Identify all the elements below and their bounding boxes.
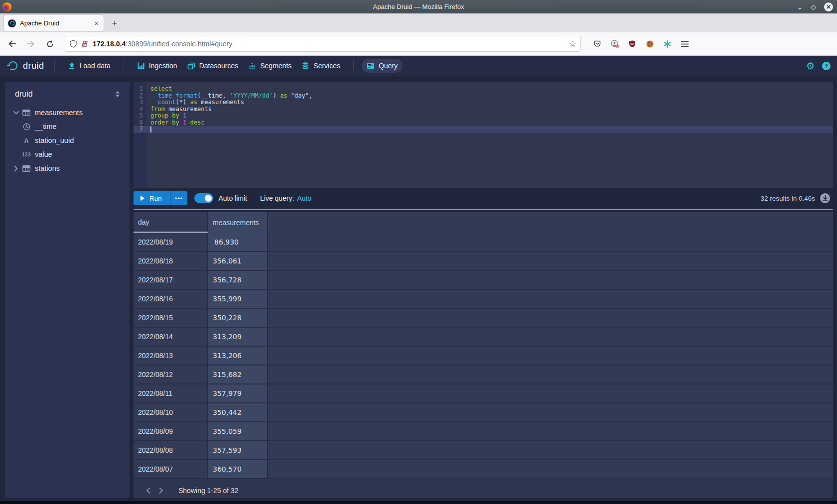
tree-column--time[interactable]: __time	[11, 120, 124, 133]
back-icon[interactable]	[4, 36, 20, 52]
editor-line-3[interactable]: 3 count(*) as measurements	[134, 99, 833, 106]
main-area: druid measurements__timeAstation_uuid123…	[0, 76, 837, 501]
nav-item-label: Datasources	[199, 62, 239, 70]
editor-line-4[interactable]: 4from measurements	[134, 106, 833, 113]
nav-item-ingestion[interactable]: Ingestion	[132, 59, 182, 73]
tree-column-station-uuid[interactable]: Astation_uuid	[11, 133, 124, 147]
cell-measurements[interactable]: 357,593	[208, 441, 268, 460]
tab-title: Apache Druid	[20, 19, 93, 27]
cell-measurements[interactable]: 356,061	[208, 252, 268, 271]
nav-item-services[interactable]: Services	[296, 59, 345, 73]
cell-measurements[interactable]: 313,209	[208, 328, 268, 347]
cell-day[interactable]: 2022/08/09	[134, 422, 208, 441]
cell-measurements[interactable]: 356,728	[208, 271, 268, 290]
tree-label: stations	[35, 164, 60, 172]
auto-limit-toggle[interactable]	[194, 193, 213, 203]
cell-measurements[interactable]: 315,682	[208, 366, 268, 384]
load-data-icon	[68, 62, 76, 70]
nav-item-segments[interactable]: Segments	[243, 59, 296, 73]
insecure-lock-icon[interactable]	[81, 40, 89, 48]
asterisk-extension-icon[interactable]	[663, 39, 672, 48]
tree-table-measurements[interactable]: measurements	[11, 106, 124, 120]
tree-label: measurements	[35, 109, 83, 117]
nav-item-query[interactable]: Query	[362, 59, 403, 73]
cell-measurements[interactable]: 357,979	[208, 384, 268, 403]
profile-extension-icon[interactable]	[610, 39, 619, 48]
settings-gear-icon[interactable]: ⚙	[806, 61, 815, 71]
column-header-measurements[interactable]: measurements	[208, 212, 268, 233]
tree-column-value[interactable]: 123value	[11, 147, 124, 161]
editor-line-5[interactable]: 5group by 1	[134, 113, 833, 120]
cell-day[interactable]: 2022/08/16	[134, 290, 208, 309]
editor-line-6[interactable]: 6order by 1 desc	[134, 120, 833, 126]
schema-select-caret-icon[interactable]	[115, 91, 121, 98]
cell-measurements[interactable]: 360,570	[208, 460, 268, 479]
download-results-icon[interactable]	[820, 193, 830, 203]
cell-day[interactable]: 2022/08/18	[134, 252, 208, 271]
pocket-icon[interactable]	[593, 39, 602, 48]
nav-item-label: Load data	[80, 62, 111, 70]
window-close-icon[interactable]: ✕	[824, 2, 833, 11]
row-filler	[268, 347, 833, 366]
cell-measurements[interactable]: 313,206	[208, 347, 268, 366]
prev-page-icon[interactable]	[141, 484, 154, 497]
new-tab-button[interactable]: +	[108, 16, 122, 30]
window-maximize-icon[interactable]: ◇	[811, 3, 816, 10]
cell-day[interactable]: 2022/08/08	[134, 441, 208, 460]
bookmark-star-icon[interactable]: ☆	[569, 39, 576, 49]
chevron-right-icon[interactable]	[11, 166, 21, 171]
url-bar[interactable]: 172.18.0.4:30899/unified-console.html#qu…	[65, 36, 581, 52]
run-more-button[interactable]: •••	[170, 191, 188, 205]
run-button[interactable]: Run	[134, 191, 170, 205]
tab-close-icon[interactable]: ×	[93, 19, 100, 27]
column-header-day[interactable]: day	[134, 212, 208, 233]
browser-tab[interactable]: Apache Druid ×	[4, 15, 104, 31]
segments-icon	[248, 62, 256, 70]
cell-measurements[interactable]: 350,228	[208, 309, 268, 328]
query-icon	[367, 62, 375, 70]
next-page-icon[interactable]	[154, 484, 167, 497]
cell-day[interactable]: 2022/08/11	[134, 384, 208, 403]
row-filler	[268, 309, 833, 328]
cell-measurements[interactable]: 355,059	[208, 422, 268, 441]
nav-item-load-data[interactable]: Load data	[63, 59, 116, 73]
results-header-row: day measurements	[134, 212, 833, 233]
cell-measurements[interactable]: 86,930	[208, 233, 268, 252]
druid-brand[interactable]: druid	[6, 59, 44, 72]
tree-table-stations[interactable]: stations	[11, 161, 124, 175]
line-number: 3	[134, 99, 146, 106]
forward-icon[interactable]	[23, 36, 39, 52]
editor-line-7[interactable]: 7	[134, 126, 833, 133]
nav-item-datasources[interactable]: Datasources	[182, 59, 244, 73]
url-text[interactable]: 172.18.0.4:30899/unified-console.html#qu…	[93, 40, 569, 48]
cell-day[interactable]: 2022/08/14	[134, 328, 208, 347]
chevron-down-icon[interactable]	[11, 111, 21, 115]
header-filler	[268, 212, 833, 233]
editor-line-2[interactable]: 2 time_format(__time, 'YYYY/MM/dd') as "…	[134, 93, 833, 100]
cell-day[interactable]: 2022/08/19	[134, 233, 208, 252]
cell-day[interactable]: 2022/08/10	[134, 403, 208, 422]
line-text: order by 1 desc	[146, 120, 204, 126]
reload-icon[interactable]	[42, 36, 58, 52]
cell-day[interactable]: 2022/08/15	[134, 309, 208, 328]
window-minimize-icon[interactable]: ⌄	[797, 3, 803, 10]
cell-day[interactable]: 2022/08/17	[134, 271, 208, 290]
cookie-extension-icon[interactable]	[645, 39, 654, 48]
editor-line-1[interactable]: 1select	[134, 86, 833, 93]
line-text: time_format(__time, 'YYYY/MM/dd') as "da…	[146, 93, 312, 100]
tracking-shield-icon[interactable]	[69, 40, 77, 48]
cell-day[interactable]: 2022/08/12	[134, 366, 208, 384]
sql-editor[interactable]: 1select2 time_format(__time, 'YYYY/MM/dd…	[134, 82, 833, 188]
row-filler	[268, 366, 833, 384]
cell-day[interactable]: 2022/08/13	[134, 347, 208, 366]
hamburger-menu-icon[interactable]	[680, 39, 689, 48]
row-filler	[268, 271, 833, 290]
cell-measurements[interactable]: 355,999	[208, 290, 268, 309]
cell-day[interactable]: 2022/08/07	[134, 460, 208, 479]
cell-measurements[interactable]: 350,442	[208, 403, 268, 422]
ublock-icon[interactable]: uO	[628, 39, 637, 48]
help-icon[interactable]: ?	[822, 61, 831, 71]
panel-resize-handle[interactable]	[134, 209, 833, 210]
live-query-value[interactable]: Auto	[297, 194, 311, 202]
pagination-bar: Showing 1-25 of 32	[134, 483, 833, 498]
